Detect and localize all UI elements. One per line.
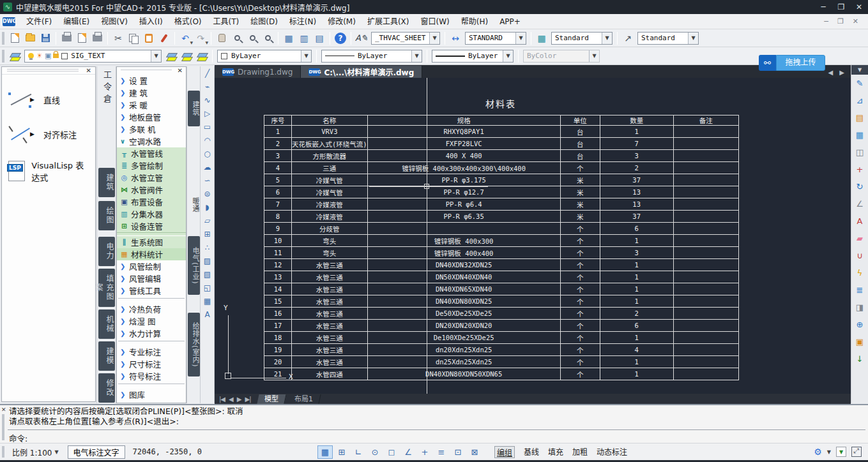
flash-icon[interactable]: ϟ [851,264,868,281]
close-icon[interactable]: ✕ [178,67,183,74]
zoom-realtime-icon[interactable] [230,31,244,45]
chevron-down-icon[interactable]: ▼ [205,40,208,45]
zoom-window-icon[interactable] [245,31,259,45]
make-block-icon[interactable]: ⊞ [204,230,210,243]
print-icon[interactable] [59,31,73,45]
palette-item[interactable]: ❯图库 [117,389,186,401]
toolbar-tab-绘图[interactable]: 绘图 [98,201,115,230]
lineweight-combo[interactable]: ByLayer ▼ [432,50,514,63]
menu-item[interactable]: 插入(I) [133,14,169,29]
palette-item[interactable]: ❯地板盘管 [117,111,186,123]
palette-item[interactable]: ∨空调水路 [117,135,186,147]
toolbar-tab-建模[interactable]: 建模 [98,341,115,371]
tab-scroll-right-icon[interactable]: ▶ [839,69,844,76]
palette-item[interactable]: ❯尺寸标注 [117,358,186,370]
palette-item[interactable]: ❯图层 [117,401,186,403]
point-icon[interactable]: ∴ [205,243,210,257]
close-icon[interactable]: ✕ [86,67,91,74]
cut-icon[interactable]: ✂ [111,31,125,45]
rectangle-icon[interactable]: ▭ [204,123,211,136]
download-icon[interactable]: ↓ [851,350,868,368]
gradient-icon[interactable]: ▧ [204,270,211,283]
eraser-icon[interactable]: ▰ [851,230,868,247]
text-style-button[interactable]: 电气标注文字 [68,445,125,459]
mdi-restore-button[interactable]: ❐ [833,17,848,26]
document-tab[interactable]: DWGDrawing1.dwg [215,66,301,78]
help-icon[interactable]: ? [335,33,346,44]
text-icon[interactable]: A [851,212,868,230]
document-tab[interactable]: DWGC:\...\材料清单演示.dwg [301,66,422,78]
tool-aligned-dim[interactable]: ▶对齐标注 [8,124,91,144]
snap-toggle[interactable]: ⊞ [334,445,349,459]
menu-item[interactable]: 工具(T) [208,14,245,29]
palette-item[interactable]: ❯水力计算 [117,327,186,339]
publish-icon[interactable] [90,31,104,45]
table-style-icon[interactable]: ▦ [535,31,549,45]
layer-freeze-icon[interactable]: ☀ [36,52,43,60]
list-view-icon[interactable]: ▤ [312,31,326,45]
palette-item[interactable]: ▥分集水器 [117,208,186,220]
redo-icon[interactable]: ↷▼ [194,31,208,45]
palette-item[interactable]: ❯设 置 [117,75,186,87]
match-properties-icon[interactable] [157,31,171,45]
new-file-icon[interactable] [8,31,22,45]
tool-visuallisp[interactable]: LSP VisualLisp 表达式 [8,159,91,183]
command-line-panel[interactable]: ✕ 请选择要统计的内容后按确定[选取闭合PLINE(P)]<整张图>: 取消 请… [0,404,868,443]
command-grip[interactable] [2,414,4,440]
insert-block-icon[interactable]: ▱ [204,216,210,230]
menu-item[interactable]: 帮助(H) [455,14,494,29]
palette-item[interactable]: ❯焓湿 图 [117,315,186,327]
close-icon[interactable]: ✕ [1,406,6,413]
menu-item[interactable]: 标注(N) [284,14,322,29]
circle-icon[interactable]: ○ [204,149,210,163]
lineweight-toggle[interactable]: ≡ [434,445,449,459]
hatch-icon[interactable]: ▨ [204,257,211,270]
chevron-down-icon[interactable]: ▼ [411,50,422,62]
mode-基线[interactable]: 基线 [524,446,539,458]
menu-item[interactable]: 窗口(W) [415,14,455,29]
calculator-icon[interactable]: ▦ [282,31,296,45]
palette-item[interactable]: ❯专业标注 [117,346,186,358]
palette-item[interactable]: ❯冷热负荷 [117,303,186,315]
drawing-canvas[interactable]: 材料表 序号名称规格单位数量备注1VRV3RHXYQ8PAY1台12天花板嵌入式… [215,78,851,394]
menu-item[interactable]: 视图(V) [95,14,133,29]
layout-tab-模型[interactable]: 模型 [257,394,286,404]
mdi-minimize-button[interactable]: ─ [819,17,833,26]
annotate-pencil-icon[interactable]: ✎ [851,75,868,92]
chevron-down-icon[interactable]: ▼ [515,33,526,44]
block-icon[interactable]: ▣ [851,333,868,350]
layer-color-swatch[interactable] [61,53,68,59]
palette-item[interactable]: ❯符号标注 [117,370,186,382]
list-icon[interactable]: ▤ [851,109,868,126]
dyn-ucs-toggle[interactable]: + [417,445,432,459]
angle-icon[interactable]: ∠ [851,195,868,212]
half-icon[interactable]: ◨ [851,299,868,316]
layout-nav-button[interactable]: ◀ [227,396,235,403]
toolbar-tab-机械[interactable]: 机械 [98,309,115,339]
layer-states-icon[interactable] [195,49,209,63]
save-icon[interactable] [38,31,52,45]
layer-lock-icon[interactable] [53,54,59,58]
mleader-style-icon[interactable]: ↗ [621,31,635,45]
text-style-icon[interactable]: A✎ [354,31,369,45]
palette-tab-电气(工业)[interactable]: 电气(工业) [188,236,200,295]
palette-item[interactable]: ▣布置设备 [117,196,186,208]
minimize-button[interactable]: ─ [814,3,832,11]
menu-item[interactable]: 编辑(E) [57,14,95,29]
palette-item[interactable]: ▦材料统计 [117,248,186,260]
make-layer-current-icon[interactable] [164,49,178,63]
toolbar-tab-填充图案[interactable]: 填充图案 [98,269,115,307]
close-button[interactable]: ✕ [850,3,868,11]
drag-upload-button[interactable]: ⚯ 拖拽上传 [759,55,825,71]
table-style-combo[interactable]: Standard▼ [551,32,613,45]
dim-style-combo[interactable]: STANDARD▼ [465,32,526,45]
chevron-down-icon[interactable]: ▼ [503,50,513,62]
otrack-toggle[interactable]: ∠ [400,445,416,459]
paste-icon[interactable] [142,31,156,45]
chevron-down-icon[interactable]: ▼ [190,40,193,45]
chevron-down-icon[interactable]: ▼ [827,449,831,455]
layers-icon[interactable]: ≣ [851,281,868,299]
layout-nav-button[interactable]: |◀ [217,396,227,403]
layout-tab-布局1[interactable]: 布局1 [287,394,321,404]
palette-tab-建筑[interactable]: 建筑 [188,91,200,126]
